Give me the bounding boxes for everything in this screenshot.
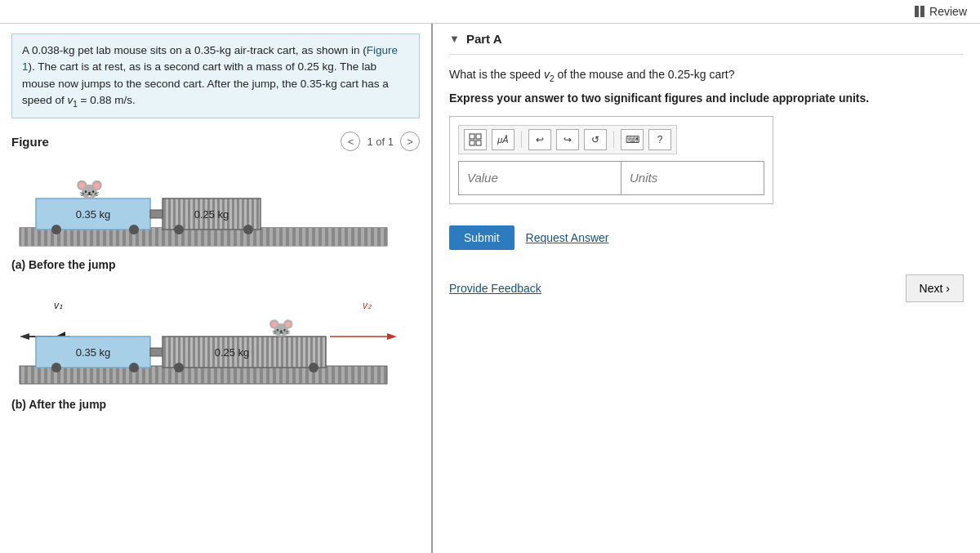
figure-nav: < 1 of 1 > bbox=[341, 132, 420, 151]
keyboard-button[interactable]: ⌨ bbox=[621, 129, 644, 150]
part-title: Part A bbox=[466, 32, 502, 46]
redo-button[interactable]: ↪ bbox=[556, 129, 579, 150]
part-chevron[interactable]: ▼ bbox=[449, 33, 460, 45]
svg-rect-19 bbox=[20, 366, 387, 384]
matrix-icon bbox=[469, 133, 482, 146]
figure-prev-button[interactable]: < bbox=[341, 132, 360, 151]
diagram-before: 0.35 kg 0.25 kg 🐭 bbox=[11, 154, 420, 271]
caption-after: (b) After the jump bbox=[11, 398, 420, 411]
diagram-after: v₁ bbox=[11, 286, 420, 411]
svg-point-33 bbox=[309, 363, 318, 372]
svg-text:v₁: v₁ bbox=[54, 300, 63, 311]
next-button[interactable]: Next › bbox=[906, 274, 964, 302]
figure-area: 0.35 kg 0.25 kg 🐭 bbox=[0, 154, 431, 553]
right-panel: ▼ Part A What is the speed v2 of the mou… bbox=[433, 24, 980, 553]
part-header: ▼ Part A bbox=[449, 24, 964, 55]
svg-text:v₂: v₂ bbox=[363, 300, 372, 311]
units-input[interactable] bbox=[621, 161, 764, 195]
svg-text:0.35 kg: 0.35 kg bbox=[76, 346, 111, 359]
answer-toolbar: μÅ ↩ ↪ ↺ ⌨ ? bbox=[458, 125, 677, 154]
review-icon bbox=[915, 6, 924, 17]
svg-text:0.25 kg: 0.25 kg bbox=[215, 346, 250, 359]
svg-rect-28 bbox=[150, 348, 163, 356]
provide-feedback-link[interactable]: Provide Feedback bbox=[449, 282, 541, 295]
figure-header: Figure < 1 of 1 > bbox=[0, 125, 431, 154]
figure-title: Figure bbox=[11, 135, 49, 149]
svg-text:🐭: 🐭 bbox=[75, 176, 104, 203]
left-panel: A 0.038-kg pet lab mouse sits on a 0.35-… bbox=[0, 24, 433, 553]
svg-point-25 bbox=[51, 363, 61, 372]
next-chevron-icon: › bbox=[946, 282, 950, 295]
figure-link[interactable]: Figure 1 bbox=[22, 44, 398, 73]
input-row bbox=[458, 161, 764, 195]
svg-marker-38 bbox=[387, 333, 397, 340]
matrix-button[interactable] bbox=[464, 129, 487, 150]
svg-point-13 bbox=[243, 225, 253, 234]
submit-row: Submit Request Answer bbox=[449, 225, 964, 250]
svg-rect-41 bbox=[470, 140, 474, 145]
svg-point-12 bbox=[174, 225, 184, 234]
svg-marker-23 bbox=[20, 333, 29, 340]
svg-point-7 bbox=[129, 225, 139, 234]
figure-next-button[interactable]: > bbox=[400, 132, 420, 151]
undo-button[interactable]: ↩ bbox=[528, 129, 551, 150]
help-button[interactable]: ? bbox=[648, 129, 671, 150]
toolbar-separator-2 bbox=[613, 132, 614, 148]
svg-text:0.35 kg: 0.35 kg bbox=[76, 208, 111, 221]
svg-point-26 bbox=[129, 363, 139, 372]
scene-before-svg: 0.35 kg 0.25 kg 🐭 bbox=[11, 154, 412, 252]
svg-rect-40 bbox=[476, 134, 481, 139]
svg-text:🐭: 🐭 bbox=[268, 314, 295, 341]
top-bar: Review bbox=[0, 0, 980, 24]
svg-point-6 bbox=[51, 225, 61, 234]
question-instruction: Express your answer to two significant f… bbox=[449, 91, 964, 105]
svg-rect-42 bbox=[476, 140, 481, 145]
svg-rect-39 bbox=[470, 134, 474, 139]
bottom-row: Provide Feedback Next › bbox=[449, 274, 964, 302]
caption-before: (a) Before the jump bbox=[11, 258, 420, 271]
svg-rect-4 bbox=[20, 228, 387, 246]
refresh-button[interactable]: ↺ bbox=[584, 129, 607, 150]
svg-rect-15 bbox=[150, 210, 163, 218]
scene-after-svg: v₁ bbox=[11, 286, 412, 392]
svg-text:0.25 kg: 0.25 kg bbox=[194, 208, 229, 221]
review-link[interactable]: Review bbox=[915, 5, 967, 18]
problem-text: A 0.038-kg pet lab mouse sits on a 0.35-… bbox=[11, 33, 420, 118]
answer-box: μÅ ↩ ↪ ↺ ⌨ ? bbox=[449, 116, 773, 204]
request-answer-link[interactable]: Request Answer bbox=[526, 231, 609, 244]
value-input[interactable] bbox=[458, 161, 621, 195]
mu-button[interactable]: μÅ bbox=[492, 129, 514, 150]
next-label: Next bbox=[920, 282, 943, 295]
review-label: Review bbox=[929, 5, 967, 18]
question-text: What is the speed v2 of the mouse and th… bbox=[449, 66, 964, 85]
submit-button[interactable]: Submit bbox=[449, 225, 514, 250]
main-content: A 0.038-kg pet lab mouse sits on a 0.35-… bbox=[0, 24, 980, 553]
svg-point-32 bbox=[174, 363, 184, 372]
toolbar-separator bbox=[521, 132, 522, 148]
figure-count: 1 of 1 bbox=[367, 136, 394, 148]
